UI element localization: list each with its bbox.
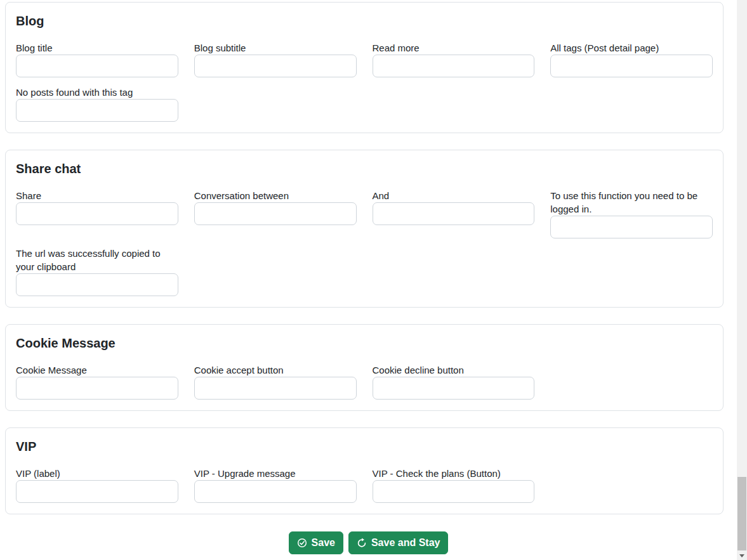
section-card-share-chat: Share chat Share Conversation between An… [5,150,724,308]
vip-check-the-plans-button-input[interactable] [373,480,535,503]
save-and-stay-button[interactable]: Save and Stay [348,531,449,554]
field-label: VIP - Upgrade message [194,467,357,480]
form-field: VIP - Check the plans (Button) [373,467,535,503]
share-input[interactable] [16,202,178,225]
form-field: Blog title [16,41,178,77]
section-card-cookie-message: Cookie Message Cookie Message Cookie acc… [5,324,724,411]
to-use-this-function-you-need-to-be-logged-in-input[interactable] [550,216,713,238]
scrollbar-thumb[interactable] [737,477,746,550]
section-title: Share chat [16,160,713,177]
conversation-between-input[interactable] [194,202,357,225]
translations-settings-page: Blog Blog title Blog subtitle Read more … [0,0,737,560]
field-label: Conversation between [194,189,357,202]
blog-title-input[interactable] [16,55,178,77]
form-content: Blog Blog title Blog subtitle Read more … [5,2,724,514]
form-field: VIP (label) [16,467,178,503]
form-field: The url was successfully copied to your … [16,247,178,296]
field-label: Cookie Message [16,363,178,377]
vip-label-input[interactable] [16,480,178,503]
field-grid: VIP (label) VIP - Upgrade message VIP - … [16,467,713,503]
field-label: No posts found with this tag [16,86,178,99]
form-actions: Save Save and Stay [0,531,737,554]
field-label: The url was successfully copied to your … [16,247,178,273]
section-title: Blog [16,13,713,29]
read-more-input[interactable] [373,55,535,77]
field-label: Blog title [16,41,178,55]
cookie-message-input[interactable] [16,377,178,400]
form-field: Blog subtitle [194,41,357,77]
form-field: Cookie Message [16,363,178,400]
field-label: Cookie decline button [373,363,535,377]
field-label: Read more [373,41,535,55]
form-field: And [373,189,535,238]
and-input[interactable] [373,202,535,225]
scrollbar[interactable] [737,0,747,560]
section-card-blog: Blog Blog title Blog subtitle Read more … [5,2,724,133]
field-label: All tags (Post detail page) [550,41,713,55]
cookie-decline-button-input[interactable] [373,377,535,400]
form-field: VIP - Upgrade message [194,467,357,503]
form-field: All tags (Post detail page) [550,41,713,77]
all-tags-post-detail-page-input[interactable] [550,55,713,77]
section-card-vip: VIP VIP (label) VIP - Upgrade message VI… [5,427,724,514]
section-title: VIP [16,438,713,455]
arrow-clockwise-icon [357,538,367,548]
section-title: Cookie Message [16,335,713,351]
form-field: Share [16,189,178,238]
field-label: Cookie accept button [194,363,357,377]
field-grid: Blog title Blog subtitle Read more All t… [16,41,713,122]
field-label: To use this function you need to be logg… [550,189,713,216]
form-field: Cookie accept button [194,363,357,400]
form-field: Cookie decline button [373,363,535,400]
scroll-down-button[interactable] [737,551,747,560]
form-field: Conversation between [194,189,357,238]
field-label: Share [16,189,178,202]
scroll-down-arrow-icon [739,554,744,557]
vip-upgrade-message-input[interactable] [194,480,357,503]
cookie-accept-button-input[interactable] [194,377,357,400]
field-grid: Share Conversation between And To use th… [16,189,713,296]
blog-subtitle-input[interactable] [194,55,357,77]
form-field: No posts found with this tag [16,86,178,122]
field-label: VIP (label) [16,467,178,480]
field-label: Blog subtitle [194,41,357,55]
save-button-label: Save [312,537,335,549]
no-posts-found-with-this-tag-input[interactable] [16,99,178,122]
field-grid: Cookie Message Cookie accept button Cook… [16,363,713,400]
field-label: And [373,189,535,202]
check-circle-icon [297,538,307,548]
save-button[interactable]: Save [289,531,343,554]
the-url-was-successfully-copied-to-your-clipboard-input[interactable] [16,273,178,296]
field-label: VIP - Check the plans (Button) [373,467,535,480]
form-field: To use this function you need to be logg… [550,189,713,238]
save-and-stay-button-label: Save and Stay [371,537,440,549]
form-field: Read more [373,41,535,77]
